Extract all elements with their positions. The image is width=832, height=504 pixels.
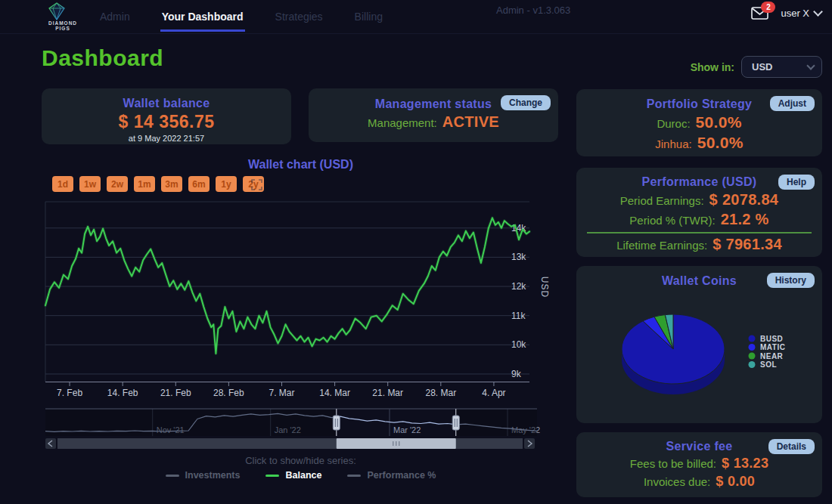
user-name-label: user X — [781, 8, 809, 19]
x-axis-label: 28. Feb — [213, 388, 244, 398]
navigator-handle-left[interactable] — [333, 416, 340, 430]
show-in-label: Show in: — [691, 61, 734, 73]
navigator-month-label: Mar '22 — [393, 425, 421, 434]
range-button-2w[interactable]: 2w — [107, 176, 128, 192]
legend-item-performance-[interactable]: Performance % — [347, 470, 436, 481]
pie-legend-swatch-near — [749, 353, 756, 360]
nav-tab-strategies[interactable]: Strategies — [274, 2, 324, 32]
performance-card: Performance (USD) Help Period Earnings:$… — [576, 168, 822, 257]
nav-tab-admin[interactable]: Admin — [98, 2, 132, 32]
notifications-button[interactable]: 2 — [751, 7, 768, 20]
performance-row: Period % (TWR):21.2 % — [576, 211, 822, 228]
legend-hint: Click to show/hide series: — [42, 455, 560, 466]
scrollbar-right-arrow[interactable] — [524, 438, 535, 449]
performance-label: Period Earnings: — [620, 194, 704, 207]
chart-navigator[interactable]: Nov '21Jan '22Mar '22May '22 — [42, 407, 563, 452]
logo-text-line2: PIGS — [43, 26, 82, 31]
portfolio-row: Jinhua:50.0% — [576, 134, 822, 152]
range-selector: 1d1w2w1m3m6m1y2y — [52, 176, 264, 192]
portfolio-row: Duroc:50.0% — [576, 113, 822, 131]
diamond-logo-icon — [43, 2, 70, 20]
legend-item-balance[interactable]: Balance — [265, 470, 321, 481]
adjust-button[interactable]: Adjust — [770, 96, 815, 111]
nav-tab-your-dashboard[interactable]: Your Dashboard — [160, 2, 245, 32]
y-axis-label: 13k — [511, 252, 526, 262]
portfolio-value: 50.0% — [696, 113, 742, 131]
user-cluster: 2 user X — [751, 7, 821, 20]
pie-legend-label-near[interactable]: NEAR — [760, 352, 784, 360]
performance-value: $ 7961.34 — [712, 236, 782, 253]
pie-legend-swatch-busd — [749, 335, 756, 342]
navigator-mask-right — [456, 410, 537, 436]
legend-series-dash — [347, 475, 361, 477]
legend-item-investments[interactable]: Investments — [166, 470, 241, 481]
legend-series-label: Performance % — [367, 470, 436, 481]
currency-value: USD — [752, 61, 772, 73]
help-button[interactable]: Help — [778, 175, 815, 190]
notification-badge: 2 — [761, 2, 775, 13]
wallet-line-chart[interactable]: 9k10k11k12k13k14k7. Feb14. Feb21. Feb28.… — [42, 196, 563, 407]
user-menu[interactable]: user X — [781, 8, 821, 19]
service-fee-value: $ 0.00 — [716, 474, 755, 490]
performance-divider — [587, 232, 812, 233]
currency-select[interactable]: USD — [741, 56, 822, 78]
pie-legend-label-sol[interactable]: SOL — [760, 360, 777, 369]
range-button-1m[interactable]: 1m — [134, 176, 155, 192]
nav-tab-billing[interactable]: Billing — [353, 2, 384, 32]
range-button-1y[interactable]: 1y — [216, 176, 237, 192]
service-fee-row: Fees to be billed:$ 13.23 — [576, 456, 822, 472]
performance-row: Lifetime Earnings:$ 7961.34 — [576, 236, 822, 253]
scrollbar-left-arrow[interactable] — [45, 438, 56, 449]
legend-series-label: Balance — [285, 470, 321, 481]
chevron-down-icon — [813, 7, 823, 17]
x-axis-label: 4. Apr — [482, 388, 505, 398]
portfolio-strategy-card: Portfolio Strategy Adjust Duroc:50.0%Jin… — [576, 89, 822, 156]
wallet-balance-value: $ 14 356.75 — [42, 112, 291, 132]
x-axis-label: 21. Mar — [372, 388, 403, 398]
x-axis-label: 7. Mar — [269, 388, 294, 398]
y-axis-title: USD — [539, 277, 550, 298]
legend-series-dash — [166, 475, 179, 477]
y-axis-label: 11k — [511, 311, 526, 321]
range-button-6m[interactable]: 6m — [188, 176, 210, 192]
x-axis-label: 14. Mar — [319, 388, 350, 398]
range-button-1w[interactable]: 1w — [79, 176, 101, 192]
portfolio-rows: Duroc:50.0%Jinhua:50.0% — [576, 113, 822, 152]
fullscreen-icon[interactable] — [251, 179, 262, 190]
wallet-chart-title: Wallet chart (USD) — [42, 158, 560, 172]
service-fee-card: Service fee Details Fees to be billed:$ … — [576, 432, 822, 497]
diamond-pigs-logo[interactable]: DIAMOND PIGS — [43, 2, 82, 31]
legend-series-label: Investments — [185, 470, 241, 481]
wallet-balance-timestamp: at 9 May 2022 21:57 — [42, 134, 291, 143]
wallet-coins-pie-chart[interactable]: BUSDMATICNEARSOL — [576, 266, 822, 423]
x-axis-label: 14. Feb — [107, 388, 138, 398]
performance-value: $ 2078.84 — [709, 191, 779, 209]
y-axis-label: 9k — [511, 369, 522, 379]
details-button[interactable]: Details — [768, 439, 815, 454]
service-fee-label: Fees to be billed: — [630, 457, 716, 470]
change-button[interactable]: Change — [501, 95, 551, 110]
performance-label: Period % (TWR): — [629, 214, 715, 227]
management-status-value: ACTIVE — [442, 113, 499, 131]
balance-series-line — [45, 218, 529, 354]
wallet-coins-card: Wallet Coins History BUSDMATICNEARSOL — [576, 266, 822, 423]
x-axis-label: 28. Mar — [425, 388, 456, 398]
chart-legend: InvestmentsBalancePerformance % — [42, 470, 560, 481]
y-axis-label: 12k — [511, 281, 526, 292]
navigator-handle-right[interactable] — [452, 416, 459, 430]
portfolio-label: Jinhua: — [655, 138, 691, 150]
logo-text-line1: DIAMOND — [43, 20, 82, 26]
range-button-1d[interactable]: 1d — [52, 176, 73, 192]
pie-legend-label-busd[interactable]: BUSD — [760, 335, 783, 343]
x-axis-label: 7. Feb — [57, 388, 82, 398]
dashboard-page: DIAMOND PIGS AdminYour DashboardStrategi… — [0, 0, 832, 504]
pie-legend-swatch-sol — [749, 361, 756, 368]
service-fee-label: Invoices due: — [644, 475, 710, 488]
range-button-3m[interactable]: 3m — [161, 176, 182, 192]
service-fee-rows: Fees to be billed:$ 13.23Invoices due:$ … — [576, 456, 822, 490]
pie-legend-swatch-matic — [749, 344, 756, 351]
service-fee-row: Invoices due:$ 0.00 — [576, 474, 822, 490]
x-axis-label: 21. Feb — [160, 388, 191, 398]
page-title: Dashboard — [42, 45, 163, 71]
pie-legend-label-matic[interactable]: MATIC — [760, 343, 785, 351]
